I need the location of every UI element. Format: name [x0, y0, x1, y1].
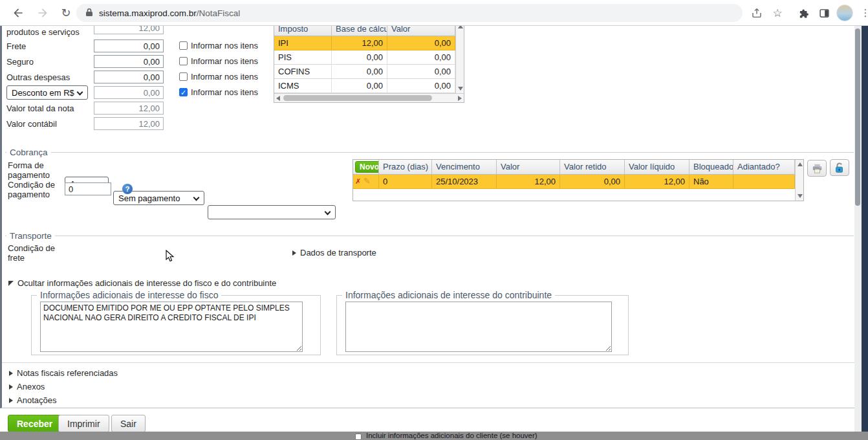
- outras-despesas-label: Outras despesas: [6, 72, 70, 82]
- parcelas-empty-row: [353, 189, 795, 201]
- chevron-down-icon: [77, 89, 83, 96]
- collapsed-arrow-icon: [9, 398, 13, 403]
- sair-button[interactable]: Sair: [111, 415, 146, 432]
- share-icon[interactable]: [749, 5, 765, 21]
- reload-icon[interactable]: ↻: [58, 5, 74, 21]
- print-icon: [812, 164, 823, 173]
- scroll-up-icon[interactable]: [797, 162, 803, 166]
- outras-informar-label: Informar nos itens: [191, 72, 258, 82]
- fisco-textarea[interactable]: DOCUMENTO EMITIDO POR ME OU EPP OPTANTE …: [40, 302, 303, 352]
- ocultar-adicionais-toggle[interactable]: Ocultar informações adicionais de intere…: [8, 278, 276, 288]
- frete-label: Frete: [6, 41, 26, 51]
- bookmark-star-icon[interactable]: ☆: [770, 5, 785, 21]
- desconto-informar-checkbox[interactable]: ✓: [179, 88, 188, 96]
- collapsed-arrow-icon: [9, 384, 13, 390]
- page-scrollbar-thumb[interactable]: [855, 28, 860, 206]
- scroll-down-icon[interactable]: [458, 87, 463, 91]
- produtos-servicos-label: produtos e serviços: [6, 27, 80, 37]
- print-parcelas-button[interactable]: [807, 160, 827, 177]
- impostos-table: Imposto Base de cálculo Valor IPI 12,00 …: [274, 26, 464, 103]
- frete-informar-label: Informar nos itens: [191, 41, 258, 50]
- chevron-down-icon: [193, 195, 200, 201]
- cobranca-title: Cobrança: [6, 148, 51, 157]
- dados-transporte-toggle[interactable]: Dados de transporte: [292, 248, 376, 258]
- delete-icon[interactable]: ✗: [355, 177, 361, 185]
- impostos-hscrollbar[interactable]: [274, 93, 464, 102]
- parcelas-table: Novo Prazo (dias) Vencimento Valor Valor…: [353, 159, 804, 201]
- transporte-title: Transporte: [6, 231, 55, 241]
- fisco-title: Informações adicionais de interesse do f…: [37, 290, 221, 300]
- contribuinte-title: Informações adicionais de interesse do c…: [342, 290, 555, 300]
- frete-input[interactable]: [94, 39, 164, 52]
- scroll-right-icon[interactable]: [458, 96, 462, 101]
- unlock-icon: [834, 162, 845, 173]
- chevron-down-icon: [325, 209, 331, 215]
- condicao-pagamento-label: Condição de pagamento: [8, 181, 66, 200]
- expanded-arrow-icon: [8, 281, 14, 286]
- imprimir-button[interactable]: Imprimir: [58, 415, 109, 432]
- condicao-frete-label: Condição de frete: [8, 244, 66, 263]
- extensions-icon[interactable]: [796, 5, 811, 21]
- scroll-left-icon[interactable]: [276, 96, 280, 101]
- edit-pencil-icon[interactable]: ✎: [363, 176, 371, 186]
- collapsed-arrow-icon: [292, 250, 296, 256]
- valor-contabil-label: Valor contábil: [6, 119, 57, 129]
- seguro-informar-checkbox[interactable]: [179, 57, 188, 65]
- browser-toolbar: ↻ sistema.maxiprod.com.br/NotaFiscal ☆ ⋮: [0, 0, 868, 26]
- anotacoes-toggle[interactable]: Anotações: [9, 395, 56, 405]
- parcelas-header: Novo Prazo (dias) Vencimento Valor Valor…: [353, 160, 795, 175]
- unlock-parcelas-button[interactable]: [830, 159, 849, 176]
- imposto-row-icms[interactable]: ICMS 0,00 0,00: [274, 79, 455, 93]
- parcelas-vscrollbar[interactable]: [795, 160, 803, 201]
- menu-dots-icon[interactable]: ⋮: [858, 5, 868, 21]
- fisco-fieldset: Informações adicionais de interesse do f…: [31, 290, 321, 355]
- seguro-input[interactable]: [94, 55, 164, 68]
- collapsed-arrow-icon: [9, 371, 13, 376]
- imposto-row-ipi[interactable]: IPI 12,00 0,00: [274, 36, 455, 50]
- section-divider: [2, 362, 854, 363]
- mouse-cursor-icon: [166, 250, 175, 263]
- outras-informar-checkbox[interactable]: [179, 72, 188, 81]
- help-icon[interactable]: ?: [122, 184, 133, 194]
- impostos-header: Imposto Base de cálculo Valor: [274, 26, 455, 36]
- clipped-bottom-bar: Incluir informações adicionais do client…: [0, 432, 868, 440]
- url-text: sistema.maxiprod.com.br/NotaFiscal: [99, 8, 240, 18]
- valor-total-label: Valor total da nota: [6, 104, 74, 113]
- forma-pagamento-select-3[interactable]: [208, 205, 336, 219]
- transporte-fieldset: Transporte: [5, 231, 854, 241]
- url-bar[interactable]: sistema.maxiprod.com.br/NotaFiscal: [76, 4, 743, 22]
- novo-parcela-button[interactable]: Novo: [355, 161, 379, 173]
- desconto-informar-label: Informar nos itens: [191, 87, 258, 97]
- valor-total-input[interactable]: [94, 102, 164, 115]
- page-right-edge: [862, 26, 868, 432]
- receber-button[interactable]: Receber: [8, 415, 61, 432]
- contribuinte-textarea[interactable]: [345, 302, 612, 352]
- scroll-down-icon[interactable]: [797, 194, 803, 198]
- contribuinte-fieldset: Informações adicionais de interesse do c…: [336, 290, 629, 355]
- lock-icon: [85, 8, 93, 19]
- impostos-vscrollbar[interactable]: [455, 26, 464, 93]
- imposto-row-pis[interactable]: PIS 0,00 0,00: [274, 50, 455, 65]
- incluir-adicionais-checkbox[interactable]: [355, 434, 362, 440]
- desconto-select[interactable]: Desconto em R$: [6, 85, 88, 100]
- outras-despesas-input[interactable]: [94, 71, 164, 83]
- notas-referenciadas-toggle[interactable]: Notas fiscais referenciadas: [9, 368, 118, 378]
- seguro-label: Seguro: [6, 57, 34, 67]
- frete-informar-checkbox[interactable]: [179, 41, 188, 50]
- desconto-input[interactable]: [94, 86, 164, 99]
- valor-contabil-input[interactable]: [94, 117, 164, 130]
- cobranca-fieldset: Cobrança: [5, 148, 854, 157]
- parcela-row[interactable]: ✗ ✎ 0 25/10/2023 12,00 0,00 12,00 Não: [353, 175, 795, 189]
- seguro-informar-label: Informar nos itens: [191, 56, 258, 66]
- produtos-servicos-input[interactable]: [94, 26, 164, 34]
- forma-pagamento-label: Forma de pagamento: [8, 161, 63, 181]
- condicao-pagamento-input[interactable]: [65, 182, 111, 195]
- forward-icon[interactable]: [35, 5, 50, 21]
- incluir-adicionais-label: Incluir informações adicionais do client…: [366, 432, 537, 439]
- side-panel-icon[interactable]: [816, 5, 832, 21]
- profile-avatar[interactable]: [836, 5, 853, 21]
- anexos-toggle[interactable]: Anexos: [9, 382, 45, 391]
- imposto-row-cofins[interactable]: COFINS 0,00 0,00: [274, 65, 455, 79]
- scroll-up-icon[interactable]: [458, 26, 463, 28]
- back-icon[interactable]: [10, 5, 26, 21]
